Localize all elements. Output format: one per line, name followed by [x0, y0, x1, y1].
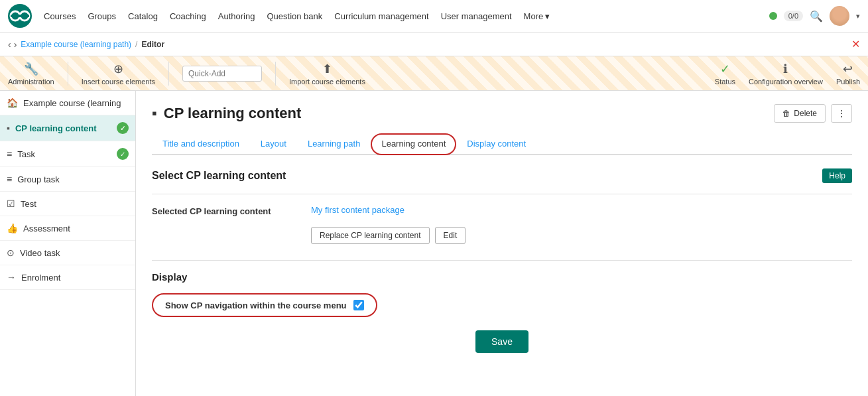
publish-icon: ↩ [843, 62, 853, 76]
trash-icon: 🗑 [782, 109, 790, 118]
tab-layout[interactable]: Layout [250, 133, 297, 155]
sidebar-item-enrolment[interactable]: → Enrolment [0, 265, 135, 290]
close-icon[interactable]: ✕ [851, 38, 860, 50]
sidebar-item-group-task[interactable]: ≡ Group task [0, 167, 135, 192]
action-row: Replace CP learning content Edit [311, 227, 852, 244]
toolbar-divider-1 [68, 62, 68, 86]
breadcrumb-back[interactable]: ‹ [8, 39, 11, 50]
task-icon: ≡ [7, 149, 12, 159]
nav-groups[interactable]: Groups [88, 11, 116, 21]
edit-button[interactable]: Edit [435, 227, 466, 244]
tabs: Title and description Layout Learning pa… [152, 133, 852, 155]
online-status-dot [769, 12, 777, 20]
delete-button[interactable]: 🗑 Delete [774, 104, 826, 123]
toolbar-status[interactable]: ✓ Status [715, 62, 735, 86]
counter-badge: 0/0 [784, 11, 803, 21]
content-area: ▪ CP learning content 🗑 Delete ⋮ Title a… [136, 91, 868, 396]
nav-more[interactable]: More ▾ [524, 11, 550, 21]
test-icon: ☑ [7, 198, 15, 209]
display-title: Display [152, 271, 852, 283]
video-task-icon: ⊙ [7, 247, 15, 258]
toolbar-insert[interactable]: ⊕ Insert course elements [82, 62, 155, 86]
top-nav: Courses Groups Catalog Coaching Authorin… [0, 0, 868, 33]
toolbar-import[interactable]: ⬆ Import course elements [289, 62, 365, 86]
nav-question-bank[interactable]: Question bank [267, 11, 322, 21]
tab-learning-path[interactable]: Learning path [297, 133, 371, 155]
enrolment-icon: → [7, 272, 16, 283]
toolbar-config[interactable]: ℹ Configuration overview [749, 62, 823, 86]
plus-icon: ⊕ [113, 62, 123, 76]
nav-courses[interactable]: Courses [44, 11, 76, 21]
check-icon: ✓ [720, 62, 730, 76]
toolbar-divider-3 [275, 62, 276, 86]
breadcrumb-separator: / [135, 40, 137, 49]
group-task-icon: ≡ [7, 174, 12, 184]
toolbar: 🔧 Administration ⊕ Insert course element… [0, 56, 868, 91]
field-label-content: Selected CP learning content [152, 205, 298, 216]
field-row-content: Selected CP learning content My first co… [152, 205, 852, 216]
breadcrumb-nav: ‹ › [8, 39, 17, 50]
page-title-row: ▪ CP learning content [152, 105, 301, 122]
info-icon: ℹ [783, 62, 788, 76]
chevron-down-icon: ▾ [545, 11, 550, 21]
nav-coaching[interactable]: Coaching [170, 11, 206, 21]
nav-user-management[interactable]: User management [441, 11, 512, 21]
replace-button[interactable]: Replace CP learning content [311, 227, 430, 244]
toolbar-publish[interactable]: ↩ Publish [836, 62, 860, 86]
tab-title-description[interactable]: Title and description [152, 133, 250, 155]
page-actions: 🗑 Delete ⋮ [774, 104, 852, 123]
breadcrumb-course-link[interactable]: Example course (learning path) [21, 40, 131, 49]
breadcrumb: ‹ › Example course (learning path) / Edi… [0, 33, 868, 56]
checkbox-label-navigation: Show CP navigation within the course men… [165, 300, 347, 310]
sidebar-item-course[interactable]: 🏠 Example course (learning [0, 91, 135, 115]
display-section: Display Show CP navigation within the co… [152, 271, 852, 330]
tab-learning-content[interactable]: Learning content [371, 133, 456, 155]
sidebar-item-cp[interactable]: ▪ CP learning content ✓ [0, 115, 135, 141]
search-icon[interactable]: 🔍 [810, 10, 823, 23]
sidebar-item-assessment[interactable]: 👍 Assessment [0, 216, 135, 241]
checkbox-row-navigation: Show CP navigation within the course men… [152, 293, 377, 317]
toolbar-administration[interactable]: 🔧 Administration [8, 62, 54, 86]
kebab-button[interactable]: ⋮ [831, 104, 852, 123]
toolbar-divider-2 [168, 62, 169, 86]
breadcrumb-current: Editor [141, 40, 164, 49]
assessment-icon: 👍 [7, 223, 18, 233]
quick-add-input[interactable] [182, 66, 262, 82]
help-button[interactable]: Help [822, 168, 852, 183]
save-button[interactable]: Save [475, 330, 528, 353]
sidebar-item-test[interactable]: ☑ Test [0, 192, 135, 216]
top-nav-right: 0/0 🔍 ▾ [769, 6, 860, 26]
page-header: ▪ CP learning content 🗑 Delete ⋮ [152, 104, 852, 123]
tab-display-content[interactable]: Display content [456, 133, 536, 155]
main-layout: 🏠 Example course (learning ▪ CP learning… [0, 91, 868, 396]
navigation-checkbox[interactable] [353, 300, 364, 310]
page-title-icon: ▪ [152, 105, 157, 122]
section-header: Select CP learning content Help [152, 168, 852, 183]
sidebar-item-video-task[interactable]: ⊙ Video task [0, 241, 135, 265]
breadcrumb-forward[interactable]: › [14, 39, 17, 50]
field-value-content[interactable]: My first content package [311, 205, 404, 215]
nav-authoring[interactable]: Authoring [218, 11, 255, 21]
wrench-icon: 🔧 [24, 62, 38, 76]
user-menu-chevron[interactable]: ▾ [856, 12, 860, 21]
section-title: Select CP learning content [152, 170, 286, 182]
section-divider-1 [152, 194, 852, 194]
avatar[interactable] [830, 6, 849, 26]
page-title: CP learning content [164, 105, 301, 122]
nav-catalog[interactable]: Catalog [128, 11, 158, 21]
sidebar-check-cp: ✓ [117, 122, 129, 134]
sidebar: 🏠 Example course (learning ▪ CP learning… [0, 91, 136, 396]
nav-curriculum[interactable]: Curriculum management [334, 11, 428, 21]
home-icon: 🏠 [7, 98, 18, 108]
upload-icon: ⬆ [322, 62, 332, 76]
section-divider-2 [152, 260, 852, 261]
sidebar-check-task: ✓ [117, 148, 129, 160]
logo-icon[interactable] [8, 4, 32, 28]
cp-icon: ▪ [7, 123, 10, 133]
sidebar-item-task[interactable]: ≡ Task ✓ [0, 141, 135, 167]
toolbar-right: ✓ Status ℹ Configuration overview ↩ Publ… [715, 62, 860, 86]
